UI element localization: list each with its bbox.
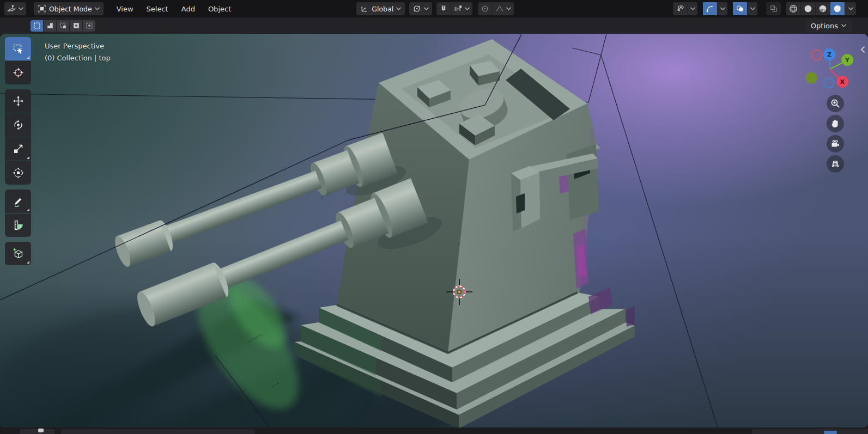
overlays-circles-icon [736,4,744,13]
scene-render[interactable]: Z Y X [0,34,868,427]
grid-projection-icon [830,159,840,169]
viewport-3d[interactable]: Z Y X User Perspective (0) Collection | … [0,34,868,427]
tool-move[interactable] [5,89,31,113]
shading-wireframe-button[interactable] [786,2,800,15]
show-overlays-toggle[interactable] [733,2,747,15]
collapse-sidebar-chevron-icon [860,46,865,53]
pivot-point-dropdown[interactable] [409,2,432,15]
gizmo-axis-negy[interactable] [806,72,817,84]
overlays-dropdown[interactable] [747,2,757,15]
move-icon [13,95,24,107]
falloff-dropdown[interactable] [492,2,514,15]
active-collection: (0) Collection | top [45,52,111,64]
menu-view[interactable]: View [110,2,140,16]
chevron-down-icon [424,7,429,10]
scene-root: Z Y X [0,34,868,427]
shading-material-button[interactable] [815,2,830,15]
toolbar [5,37,31,265]
tool-measure[interactable] [5,213,31,237]
show-gizmo-toggle[interactable] [703,2,717,15]
annotate-pencil-icon [13,195,24,207]
transform-orientation-dropdown[interactable]: Global [356,2,405,15]
mode-dropdown[interactable]: Object Mode [34,2,104,15]
show-overlays-group [733,2,757,15]
select-mode-intersect[interactable] [83,20,95,32]
gizmo-y-label: Y [845,57,850,64]
nav-ortho-button[interactable] [827,155,844,173]
select-mode-group [31,20,95,32]
select-mode-subtract[interactable] [57,20,69,32]
add-cube-icon [13,248,24,259]
shading-solid-button[interactable] [800,2,815,15]
editor-type-button[interactable] [4,2,26,15]
gizmo-dropdown[interactable] [717,2,727,15]
shading-rendered-button[interactable] [830,2,845,15]
select-mode-set[interactable] [31,20,43,32]
xray-icon [769,4,778,13]
rendered-sphere-icon [833,4,842,14]
zoom-icon [830,99,840,108]
sidebar-toggle[interactable] [859,44,866,56]
measure-icon [13,219,24,231]
show-gizmo-group [703,2,727,15]
tool-scale[interactable] [5,137,31,161]
solid-sphere-icon [803,4,813,14]
gizmo-x-label: X [840,78,845,85]
chevron-down-icon [19,7,23,10]
chevron-down-icon [750,7,755,10]
nav-pan-button[interactable] [827,115,844,132]
tool-settings-bar: Options [0,17,868,34]
editor-type-3d-viewport-icon [7,4,16,13]
select-mode-invert[interactable] [70,20,82,32]
visibility-eye-icon [676,4,684,13]
menu-add[interactable]: Add [175,2,202,16]
proportional-editing-toggle[interactable] [478,2,492,15]
chevron-down-icon [690,7,695,10]
bottom-strip-button[interactable] [20,429,54,434]
tool-add-cube[interactable] [5,242,31,265]
chevron-down-icon [506,7,511,10]
options-label: Options [811,22,838,30]
bottom-strip-field[interactable] [61,429,255,434]
snapping-group [436,2,472,15]
xray-toggle[interactable] [766,2,781,15]
view-name: User Perspective [45,40,111,52]
shading-dropdown[interactable] [845,2,856,15]
tool-select-box[interactable] [5,37,31,60]
chevron-down-icon [720,7,725,10]
nav-zoom-button[interactable] [827,95,844,112]
chevron-down-icon [95,7,100,10]
options-dropdown[interactable]: Options [805,19,852,32]
transform-orientation-label: Global [372,5,393,13]
proportional-editing-icon [481,4,489,13]
select-mode-extend[interactable] [44,20,56,32]
tool-transform[interactable] [5,161,31,185]
orientation-axes-icon [360,4,369,13]
tool-annotate[interactable] [5,190,31,213]
blender-window: Object Mode View Select Add Object Globa… [0,0,868,434]
bottom-strip-active-marker[interactable] [824,431,837,434]
snap-toggle-button[interactable] [436,2,451,15]
gizmo-axis-negx[interactable] [812,50,822,60]
gizmo-arrow-icon [706,4,714,13]
bottom-strip-field-right[interactable] [752,429,868,434]
scale-icon [13,143,24,155]
pivot-point-icon [412,4,421,13]
tool-cursor[interactable] [5,61,31,84]
menu-select[interactable]: Select [140,2,175,16]
bottom-editor-strip [0,427,868,434]
snap-target-icon [454,4,463,13]
show-object-types-dropdown[interactable] [673,2,697,15]
chevron-down-icon [841,24,846,27]
mode-dropdown-label: Object Mode [49,5,92,13]
tool-rotate[interactable] [5,113,31,137]
select-box-icon [13,43,24,54]
snap-target-dropdown[interactable] [451,2,472,15]
menu-object[interactable]: Object [202,2,238,16]
nav-camera-button[interactable] [827,135,844,152]
gizmo-z-label: Z [827,51,831,58]
viewport-header: Object Mode View Select Add Object Globa… [0,0,868,17]
chevron-down-icon [396,7,401,10]
gizmo-axis-negz[interactable] [824,78,834,88]
chevron-down-icon [465,7,470,10]
